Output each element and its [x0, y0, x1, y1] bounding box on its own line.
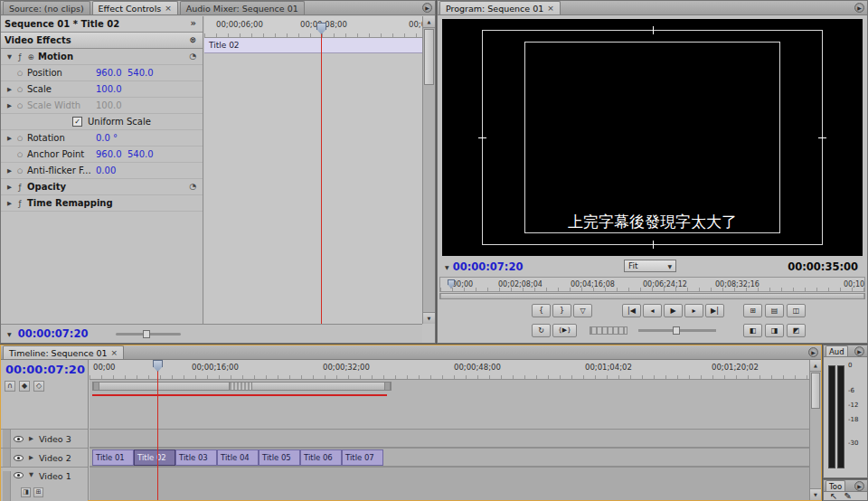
go-to-out-button[interactable]: ▶| — [705, 304, 724, 317]
step-forward-button[interactable]: ▸ — [684, 304, 703, 317]
toggle-animation-icon[interactable]: ○ — [14, 70, 25, 77]
trim-button[interactable]: ◩ — [787, 324, 806, 337]
tab-timeline[interactable]: Timeline: Sequence 01 × — [3, 345, 124, 359]
export-frame-button[interactable]: ◫ — [787, 304, 806, 317]
set-in-point-button[interactable]: { — [532, 304, 551, 317]
output-button[interactable]: ▤ — [765, 304, 784, 317]
param-value[interactable]: 0.0 ° — [96, 133, 127, 143]
param-value[interactable]: 100.0 — [96, 84, 127, 94]
work-area-center-handle[interactable] — [229, 383, 252, 390]
param-value-x[interactable]: 960.0 — [96, 149, 127, 159]
scroll-down-icon[interactable]: ▼ — [810, 488, 821, 500]
go-to-in-button[interactable]: |◀ — [622, 304, 641, 317]
pen-tool-icon[interactable]: ✎ — [844, 491, 851, 501]
twirl-closed-icon[interactable]: ▶ — [26, 454, 36, 461]
work-area-start-handle[interactable] — [93, 383, 99, 390]
timeline-vertical-scrollbar[interactable]: ▲ ▼ — [809, 360, 821, 500]
panel-menu-icon[interactable]: ▶ — [854, 481, 864, 491]
eye-icon[interactable] — [14, 472, 24, 478]
selection-tool-icon[interactable]: ↖ — [830, 491, 837, 501]
clip-title-01[interactable]: Title 01 — [92, 449, 134, 466]
work-area-bar[interactable] — [92, 382, 392, 391]
shuttle-slider[interactable] — [638, 326, 716, 335]
track-video2[interactable]: Title 01 Title 02 Title 03 Title 04 Titl… — [90, 448, 809, 467]
tab-program[interactable]: Program: Sequence 01 × — [439, 1, 561, 14]
effect-name[interactable]: Time Remapping — [27, 198, 113, 208]
tab-tools[interactable]: Too — [826, 480, 845, 491]
effect-enable-icon[interactable]: ƒ — [14, 183, 25, 192]
track-display-style-icon[interactable]: ◨ — [21, 487, 31, 497]
zoom-scrollbar-thumb[interactable] — [441, 294, 863, 298]
step-back-button[interactable]: ◂ — [643, 304, 662, 317]
lock-column[interactable] — [3, 471, 11, 501]
tab-effect-controls[interactable]: Effect Controls × — [92, 1, 178, 14]
track-header-video2[interactable]: ▶ Video 2 — [1, 448, 88, 467]
param-value[interactable]: 0.00 — [96, 165, 127, 175]
ec-vertical-scrollbar[interactable]: ▲ ▼ — [422, 16, 435, 324]
twirl-open-icon[interactable]: ▼ — [5, 53, 14, 61]
stopwatch-icon[interactable]: ◔ — [189, 52, 196, 61]
track-header-video3[interactable]: ▶ Video 3 — [1, 429, 88, 448]
shuttle-thumb[interactable] — [673, 326, 680, 335]
ec-current-timecode[interactable]: 00:00:07:20 — [18, 327, 89, 340]
unnumbered-marker-icon[interactable]: ◇ — [33, 381, 44, 392]
effect-enable-icon[interactable]: ƒ — [14, 52, 25, 61]
loop-button[interactable]: ↻ — [532, 324, 551, 337]
stopwatch-icon[interactable]: ◔ — [189, 182, 196, 191]
clip-title-02[interactable]: Title 02 — [134, 449, 175, 466]
panel-menu-icon[interactable]: ▶ — [854, 346, 864, 356]
timeline-time-ruler[interactable]: 00;00 00;00;16;00 00;00;32;00 00;00;48;0… — [90, 360, 809, 380]
tab-audio-meters[interactable]: Aud — [826, 345, 848, 356]
panel-menu-icon[interactable]: ▶ — [422, 3, 432, 13]
param-value-y[interactable]: 540.0 — [127, 149, 159, 159]
program-current-timecode[interactable]: 00:00:07:20 — [453, 260, 524, 273]
effect-name[interactable]: Opacity — [27, 182, 66, 192]
program-time-ruler[interactable]: 00;00 00;02;08;04 00;04;16;08 00;06;24;1… — [439, 277, 865, 292]
clip-title-07[interactable]: Title 07 — [342, 449, 383, 466]
twirl-closed-icon[interactable]: ▶ — [5, 184, 14, 191]
scroll-thumb[interactable] — [424, 29, 434, 85]
close-icon[interactable]: × — [165, 4, 172, 13]
twirl-closed-icon[interactable]: ▶ — [5, 167, 14, 175]
clip-title-04[interactable]: Title 04 — [217, 449, 259, 466]
close-icon[interactable]: × — [547, 4, 554, 13]
timeline-track-area[interactable]: 00;00 00;00;16;00 00;00;32;00 00;00;48;0… — [90, 360, 809, 500]
eye-icon[interactable] — [14, 436, 24, 442]
clip-bar-title02[interactable]: Title 02 — [204, 38, 422, 53]
clip-title-03[interactable]: Title 03 — [175, 449, 217, 466]
twirl-closed-icon[interactable]: ▶ — [5, 135, 14, 142]
chapter-marker-icon[interactable]: ◆ — [19, 381, 30, 392]
dropdown-icon[interactable]: ▼ — [7, 331, 12, 337]
lock-column[interactable] — [3, 430, 11, 448]
scroll-thumb[interactable] — [811, 373, 820, 409]
timeline-current-timecode[interactable]: 00:00:07:20 — [5, 363, 85, 376]
play-button[interactable]: ▶ — [664, 304, 683, 317]
effect-enable-icon[interactable]: ƒ — [14, 199, 25, 208]
play-around-button[interactable]: {▶} — [552, 324, 577, 337]
work-area-end-handle[interactable] — [384, 383, 391, 390]
lock-column[interactable] — [3, 449, 11, 467]
safe-margins-button[interactable]: ⊞ — [743, 304, 762, 317]
snap-icon[interactable]: ∩ — [5, 381, 15, 392]
twirl-closed-icon[interactable]: ▶ — [26, 435, 36, 442]
scroll-up-icon[interactable]: ▲ — [423, 16, 435, 28]
set-out-point-button[interactable]: } — [552, 304, 571, 317]
scroll-up-icon[interactable]: ▲ — [810, 360, 821, 372]
track-header-video1[interactable]: ▼ Video 1 ◨ ⊞ — [1, 467, 88, 501]
cti-line[interactable] — [157, 369, 158, 500]
toggle-animation-icon[interactable]: ○ — [14, 86, 25, 93]
uniform-scale-checkbox[interactable]: ✓ — [72, 117, 82, 127]
eye-icon[interactable] — [14, 455, 24, 461]
toggle-animation-icon[interactable]: ○ — [14, 167, 25, 175]
effect-name[interactable]: Motion — [38, 52, 73, 61]
cti-line[interactable] — [321, 33, 322, 324]
zoom-slider-thumb[interactable] — [143, 330, 150, 338]
track-video3[interactable] — [90, 429, 809, 448]
twirl-closed-icon[interactable]: ▶ — [5, 200, 14, 207]
param-value-x[interactable]: 960.0 — [96, 68, 127, 78]
clip-title-06[interactable]: Title 06 — [300, 449, 342, 466]
effect-row-opacity[interactable]: ▶ ƒ Opacity ◔ — [1, 179, 203, 195]
jog-disk[interactable] — [590, 326, 627, 335]
effect-controls-mini-timeline[interactable]: 00;00;06;00 00;00;08;00 00;0 Title 02 — [204, 16, 422, 324]
program-video-area[interactable]: 上完字幕後發現字太大了 — [442, 19, 863, 256]
